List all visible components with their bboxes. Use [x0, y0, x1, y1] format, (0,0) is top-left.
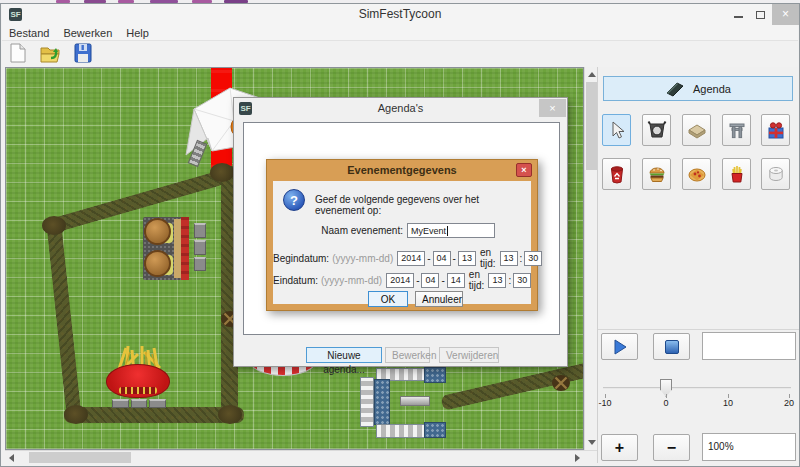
- slider-label: 20: [777, 398, 800, 408]
- stage-icon: [687, 120, 707, 140]
- app-window: SF SimFestTycoon × BestandBewerkenHelp: [0, 3, 800, 467]
- scroll-left-arrow[interactable]: [9, 454, 14, 462]
- date-format-hint: (yyyy-mm-dd): [332, 253, 393, 264]
- gate-tool-button[interactable]: [722, 114, 751, 146]
- gate-icon: [727, 120, 747, 140]
- fries-bowl: [106, 364, 170, 398]
- fries-stand: [104, 344, 176, 402]
- slider-label: 10: [716, 398, 740, 408]
- event-name-row: Naam evenement: MyEvent: [273, 223, 531, 238]
- minimize-button[interactable]: [728, 4, 748, 25]
- toilet-roof: [374, 379, 390, 425]
- menu-bewerken[interactable]: Bewerken: [56, 25, 119, 41]
- gift-tool-button[interactable]: [761, 114, 790, 146]
- map-horizontal-scrollbar[interactable]: [5, 450, 597, 463]
- toilet-roll-icon: [766, 164, 786, 184]
- burger-stand: [143, 217, 189, 280]
- begin-minute-input[interactable]: [524, 251, 542, 266]
- speed-slider-track[interactable]: [603, 387, 791, 389]
- dirt-path: [64, 407, 244, 423]
- path-corner: [42, 216, 66, 235]
- path-corner: [218, 405, 242, 424]
- scroll-thumb[interactable]: [29, 452, 131, 463]
- new-agenda-button[interactable]: Nieuwe agenda...: [306, 347, 382, 363]
- end-hour-input[interactable]: [488, 273, 506, 288]
- open-file-button[interactable]: [38, 41, 62, 65]
- map-vertical-scrollbar[interactable]: [584, 67, 597, 450]
- new-file-button[interactable]: [6, 41, 30, 65]
- burger: [144, 218, 171, 245]
- scroll-thumb[interactable]: [586, 82, 597, 170]
- play-icon: [611, 338, 629, 356]
- date-format-hint: (yyyy-mm-dd): [321, 275, 382, 286]
- stop-icon: [664, 339, 680, 355]
- toilet-block: [360, 365, 452, 441]
- event-dialog-close-button[interactable]: ×: [516, 163, 532, 177]
- trash-can-tool-button[interactable]: [602, 158, 631, 190]
- pizza-icon: [687, 164, 707, 184]
- screen: SF SimFestTycoon × BestandBewerkenHelp: [0, 0, 800, 467]
- cursor-icon: [607, 120, 627, 140]
- event-name-value: MyEvent: [411, 226, 446, 236]
- toilet-roof: [424, 422, 446, 438]
- stage-tool-button[interactable]: [682, 114, 711, 146]
- sidebar-divider: [598, 329, 799, 330]
- date-separator: -: [453, 253, 456, 264]
- slider-label: -10: [593, 398, 617, 408]
- fries-icon: [727, 164, 747, 184]
- gift-icon: [766, 120, 786, 140]
- event-dialog-titlebar[interactable]: Evenementgegevens ×: [267, 160, 537, 181]
- burger-stand-tool-button[interactable]: [642, 158, 671, 190]
- menu-bestand[interactable]: Bestand: [2, 25, 56, 41]
- pizza-stand-tool-button[interactable]: [682, 158, 711, 190]
- menu-help[interactable]: Help: [119, 25, 156, 41]
- zoom-in-button[interactable]: +: [601, 434, 638, 461]
- open-folder-icon: [39, 42, 61, 64]
- play-button[interactable]: [601, 333, 638, 360]
- agenda-button-label: Agenda: [693, 83, 731, 95]
- stop-button[interactable]: [653, 333, 690, 360]
- trash-can-icon: [607, 164, 627, 184]
- scroll-up-arrow[interactable]: [588, 72, 596, 77]
- delete-agenda-button[interactable]: Verwijderen: [439, 347, 499, 363]
- begin-year-input[interactable]: [397, 251, 425, 266]
- agendas-dialog-titlebar[interactable]: SF Agenda's ×: [234, 98, 567, 119]
- burger-icon: [647, 164, 667, 184]
- agendas-dialog-close-button[interactable]: ×: [539, 99, 566, 117]
- event-dialog-title: Evenementgegevens: [347, 164, 456, 176]
- event-name-input[interactable]: MyEvent: [407, 223, 495, 238]
- zoom-out-button[interactable]: −: [653, 434, 690, 461]
- scroll-down-arrow[interactable]: [588, 440, 596, 445]
- time-label: en tijd:: [480, 247, 496, 269]
- begin-hour-input[interactable]: [500, 251, 518, 266]
- toilet-roof: [424, 367, 446, 383]
- close-button[interactable]: ×: [772, 4, 799, 25]
- begin-month-input[interactable]: [433, 251, 451, 266]
- time-separator: :: [508, 275, 511, 286]
- event-name-label: Naam evenement:: [273, 225, 403, 236]
- question-icon: ?: [283, 189, 305, 211]
- end-year-input[interactable]: [386, 273, 414, 288]
- zoom-level-display: 100%: [702, 433, 796, 461]
- save-file-button[interactable]: [71, 41, 95, 65]
- cancel-button[interactable]: Annuleer: [415, 291, 463, 307]
- title-bar[interactable]: SF SimFestTycoon ×: [2, 4, 798, 25]
- agenda-button[interactable]: Agenda: [603, 76, 793, 101]
- toilet-row: [360, 377, 374, 427]
- toilet-tool-button[interactable]: [761, 158, 790, 190]
- end-minute-input[interactable]: [513, 273, 531, 288]
- spotlight-icon: [647, 120, 667, 140]
- begin-day-input[interactable]: [458, 251, 476, 266]
- dialog-icon: SF: [239, 102, 252, 115]
- bench: [112, 399, 129, 408]
- end-day-input[interactable]: [447, 273, 465, 288]
- edit-agenda-button[interactable]: Bewerken: [385, 347, 430, 363]
- cursor-tool-button[interactable]: [602, 114, 631, 146]
- maximize-button[interactable]: [750, 4, 770, 25]
- end-month-input[interactable]: [421, 273, 439, 288]
- scroll-right-arrow[interactable]: [575, 454, 580, 462]
- spotlight-tool-button[interactable]: [642, 114, 671, 146]
- fries-stand-tool-button[interactable]: [722, 158, 751, 190]
- ok-button[interactable]: OK: [368, 291, 408, 307]
- sidebar: Agenda: [597, 67, 798, 463]
